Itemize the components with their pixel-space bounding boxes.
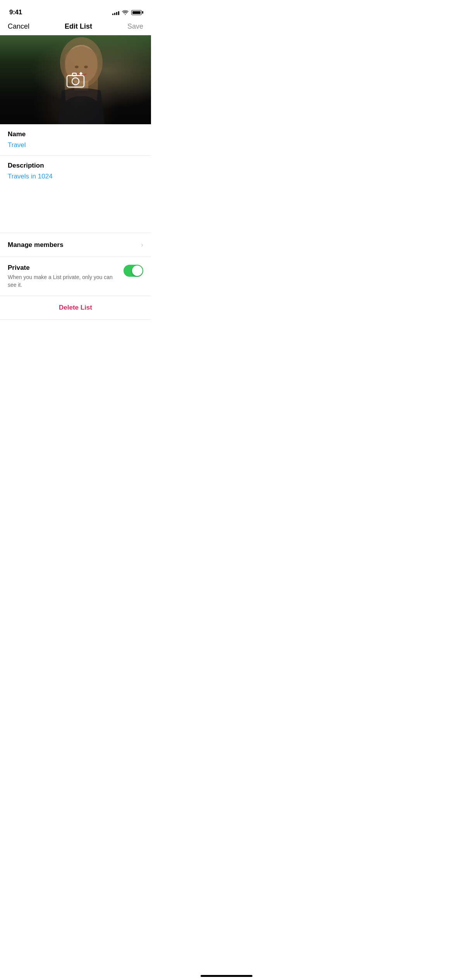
private-label: Private: [8, 264, 116, 272]
status-time: 9:41: [9, 9, 22, 16]
svg-point-6: [72, 78, 79, 85]
status-icons: [112, 10, 142, 15]
cover-image[interactable]: [0, 35, 151, 124]
manage-members-button[interactable]: Manage members ›: [0, 233, 151, 257]
description-input[interactable]: Travels in 1024: [8, 173, 143, 219]
battery-icon: [131, 10, 142, 15]
name-section: Name: [0, 124, 151, 156]
name-input[interactable]: [8, 141, 143, 149]
delete-list-button[interactable]: Delete List: [0, 296, 151, 320]
svg-point-4: [84, 66, 88, 69]
svg-rect-7: [72, 73, 76, 76]
name-label: Name: [8, 130, 143, 138]
private-content: Private When you make a List private, on…: [8, 264, 116, 289]
toggle-knob: [132, 266, 142, 276]
camera-icon: [66, 72, 85, 88]
wifi-icon: [122, 10, 129, 15]
svg-rect-5: [67, 75, 84, 87]
signal-icon: [112, 10, 119, 15]
camera-overlay[interactable]: [66, 72, 85, 88]
status-bar: 9:41: [0, 0, 151, 19]
page-title: Edit List: [65, 22, 92, 31]
private-section: Private When you make a List private, on…: [0, 257, 151, 296]
private-description: When you make a List private, only you c…: [8, 274, 116, 289]
description-section: Description Travels in 1024: [0, 156, 151, 233]
delete-list-label: Delete List: [59, 304, 92, 312]
cancel-button[interactable]: Cancel: [8, 22, 29, 31]
chevron-right-icon: ›: [141, 241, 143, 249]
save-button[interactable]: Save: [127, 22, 143, 31]
description-label: Description: [8, 162, 143, 170]
nav-bar: Cancel Edit List Save: [0, 19, 151, 35]
svg-point-3: [75, 66, 79, 69]
spacer: [0, 320, 151, 436]
private-toggle[interactable]: [124, 265, 143, 277]
private-toggle-container[interactable]: [124, 265, 143, 277]
manage-members-label: Manage members: [8, 241, 63, 249]
